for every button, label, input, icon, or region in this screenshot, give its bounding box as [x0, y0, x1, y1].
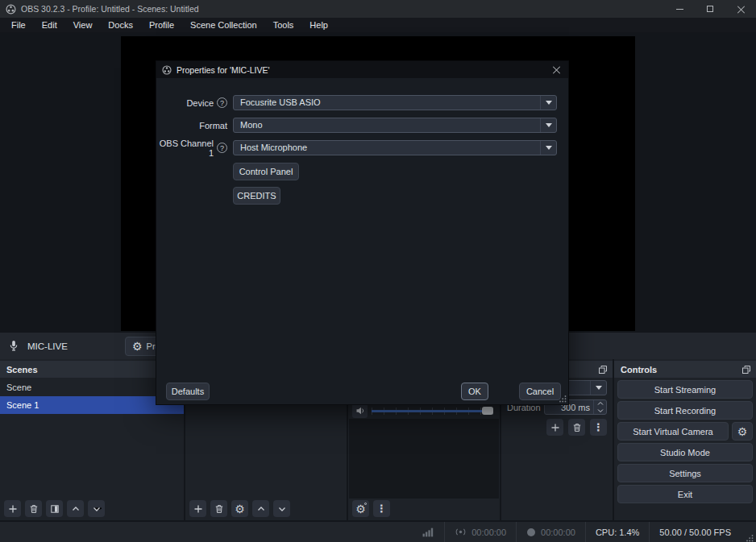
source-properties-toolbar-button[interactable]	[231, 500, 248, 517]
filters-icon	[50, 504, 60, 514]
cpu-value: CPU: 1.4%	[596, 528, 639, 537]
kebab-menu-icon	[376, 503, 387, 514]
device-select[interactable]: Focusrite USB ASIO	[233, 95, 557, 110]
mixer-menu-button[interactable]	[373, 500, 390, 517]
move-source-up-button[interactable]	[252, 500, 269, 517]
credits-button[interactable]: CREDITS	[233, 187, 280, 205]
menu-profile[interactable]: Profile	[141, 18, 182, 32]
exit-button[interactable]: Exit	[617, 485, 753, 503]
chevron-up-icon	[597, 401, 604, 406]
add-source-button[interactable]	[189, 500, 206, 517]
plus-icon	[550, 423, 560, 432]
move-source-down-button[interactable]	[273, 500, 290, 517]
gear-icon	[235, 503, 245, 515]
window-resize-grip[interactable]	[741, 534, 756, 542]
window-titlebar: OBS 30.2.3 - Profile: Untitled - Scenes:…	[0, 0, 756, 18]
obs-channel-select[interactable]: Host Microphone	[233, 140, 557, 155]
start-streaming-button[interactable]: Start Streaming	[617, 380, 753, 399]
close-button[interactable]	[725, 0, 756, 18]
menu-file[interactable]: File	[3, 18, 34, 32]
format-select[interactable]: Mono	[233, 118, 557, 133]
cpu-usage: CPU: 1.4%	[586, 522, 649, 542]
duration-increase-button[interactable]	[594, 400, 606, 408]
help-icon[interactable]	[217, 143, 227, 153]
virtual-camera-settings-button[interactable]	[732, 422, 753, 441]
transitions-toolbar	[546, 419, 607, 436]
menu-scene-collection[interactable]: Scene Collection	[182, 18, 265, 32]
audio-source-name: MIC-LIVE	[27, 341, 68, 351]
mixer-toolbar	[352, 500, 390, 517]
advanced-audio-properties-button[interactable]	[352, 500, 369, 517]
transitions-menu-button[interactable]	[590, 419, 607, 436]
minimize-button[interactable]	[664, 0, 695, 18]
resize-grip-icon	[559, 395, 567, 403]
sources-toolbar	[189, 500, 290, 517]
dialog-titlebar[interactable]: Properties for 'MIC-LIVE'	[156, 61, 568, 78]
mute-toggle-button[interactable]	[352, 403, 368, 418]
device-label: Device	[186, 98, 214, 108]
device-field-row: Device Focusrite USB ASIO	[156, 95, 568, 110]
device-value: Focusrite USB ASIO	[240, 97, 321, 107]
combo-arrow-zone	[540, 118, 556, 132]
caret-down-icon	[546, 146, 552, 150]
duration-decrease-button[interactable]	[594, 408, 606, 415]
ok-button[interactable]: OK	[461, 383, 488, 400]
microphone-icon	[8, 340, 19, 352]
plus-icon	[193, 504, 203, 514]
speaker-icon	[355, 406, 365, 416]
combo-arrow-zone	[540, 96, 556, 110]
remove-transition-button[interactable]	[568, 419, 585, 436]
chevron-down-icon	[597, 408, 604, 413]
cancel-button[interactable]: Cancel	[519, 383, 561, 400]
settings-button[interactable]: Settings	[617, 464, 753, 482]
dialog-close-button[interactable]	[544, 61, 568, 78]
move-scene-down-button[interactable]	[88, 500, 105, 517]
obs-logo-icon	[6, 4, 16, 14]
menu-edit[interactable]: Edit	[34, 18, 65, 32]
obs-main-window: OBS 30.2.3 - Profile: Untitled - Scenes:…	[0, 0, 756, 542]
defaults-button[interactable]: Defaults	[166, 383, 210, 400]
add-transition-button[interactable]	[546, 419, 563, 436]
start-recording-button[interactable]: Start Recording	[617, 401, 753, 420]
stream-timer: 00:00:00	[445, 522, 516, 542]
duration-spin-buttons	[593, 400, 606, 414]
dock-float-icon[interactable]	[598, 365, 608, 374]
controls-header-label: Controls	[621, 365, 657, 374]
volume-slider-track	[372, 410, 490, 412]
chevron-down-icon	[277, 504, 287, 514]
caret-down-icon	[596, 386, 602, 390]
maximize-button[interactable]	[695, 0, 725, 18]
fps-counter: 50.00 / 50.00 FPS	[650, 522, 741, 542]
record-time: 00:00:00	[541, 528, 575, 537]
menu-tools[interactable]: Tools	[265, 18, 302, 32]
volume-slider-handle[interactable]	[482, 407, 493, 415]
dialog-resize-grip[interactable]	[559, 395, 567, 403]
remove-source-button[interactable]	[210, 500, 227, 517]
record-timer: 00:00:00	[517, 522, 585, 542]
volume-slider[interactable]	[372, 405, 493, 416]
fps-value: 50.00 / 50.00 FPS	[659, 528, 731, 537]
trash-icon	[214, 504, 224, 514]
menu-docks[interactable]: Docks	[100, 18, 141, 32]
menu-view[interactable]: View	[65, 18, 101, 32]
start-virtual-camera-button[interactable]: Start Virtual Camera	[617, 422, 729, 441]
move-scene-up-button[interactable]	[67, 500, 84, 517]
broadcast-icon	[455, 527, 467, 537]
dock-float-icon[interactable]	[741, 365, 751, 374]
add-scene-button[interactable]	[4, 500, 21, 517]
menu-bar: File Edit View Docks Profile Scene Colle…	[0, 18, 756, 32]
kebab-menu-icon	[593, 422, 604, 432]
help-icon[interactable]	[217, 97, 227, 108]
studio-mode-button[interactable]: Studio Mode	[617, 443, 753, 461]
remove-scene-button[interactable]	[25, 500, 42, 517]
scenes-header-label: Scenes	[6, 365, 38, 374]
caret-down-icon	[546, 123, 552, 127]
plus-icon	[8, 504, 18, 514]
mixer-scroll-area	[349, 419, 499, 499]
control-panel-button[interactable]: Control Panel	[233, 163, 299, 180]
trash-icon	[29, 504, 39, 514]
scene-filters-button[interactable]	[46, 500, 63, 517]
menu-help[interactable]: Help	[301, 18, 336, 32]
obs-channel-label: OBS Channel 1	[156, 139, 214, 158]
dialog-title: Properties for 'MIC-LIVE'	[177, 65, 269, 75]
